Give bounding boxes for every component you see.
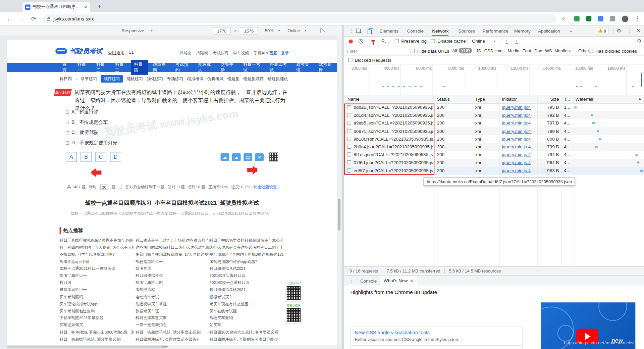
close-icon[interactable]: ✕	[410, 279, 413, 283]
whats-new-video-thumbnail[interactable]: new https://blog.csdn.net/mukes/article/…	[541, 302, 636, 349]
whats-new-card-title[interactable]: Emulate unsupported image types	[355, 348, 518, 349]
nav-item[interactable]: 科目四考试	[267, 60, 291, 75]
hot-link[interactable]: 科目四模拟考试2021	[209, 265, 283, 272]
viewport-height-input[interactable]: 1576	[240, 27, 258, 35]
request-initiator[interactable]: jquery.min.js:4	[502, 136, 531, 141]
address-bar[interactable]: jsyks.com/kms-sxlx	[43, 14, 557, 23]
hot-link[interactable]: 科目四	[60, 279, 133, 286]
scrollbar-thumb[interactable]	[7, 346, 167, 348]
filter-chip-doc[interactable]: Doc	[532, 48, 544, 53]
hot-link[interactable]: 模拟考试科目一	[60, 286, 133, 293]
subnav-item[interactable]: 错题集随机	[268, 76, 288, 82]
option-checkbox[interactable]	[66, 131, 69, 134]
prev-question-arrow[interactable]	[92, 170, 101, 174]
drawer-kebab-icon[interactable]: ⋮	[349, 28, 354, 34]
answer-button-A[interactable]: A	[66, 152, 77, 162]
close-icon[interactable]: ✕	[299, 281, 302, 285]
request-initiator[interactable]: jquery.min.js:4	[502, 120, 531, 126]
subnav-item[interactable]: 模拟考试	[187, 76, 204, 82]
hot-link[interactable]: 这些热门的驾校练科目二为什么这么难? 原因都在这!	[136, 244, 209, 251]
subnav-item[interactable]: 错题集顺序	[243, 76, 264, 82]
initiator-link[interactable]: jquery.min.js:4	[502, 168, 531, 173]
devtools-menu-icon[interactable]: ⋮	[627, 28, 633, 34]
request-initiator[interactable]: jquery.min.js:4	[502, 152, 531, 157]
browser-tab[interactable]: 驾校一点通科目四顺序练习_小车科 ✕	[22, 2, 90, 12]
request-name[interactable]: b0671.json?CALL=?20210205090935.json	[354, 129, 433, 134]
reload-icon[interactable]: ⟳	[31, 15, 36, 22]
tab-memory[interactable]: Memory	[514, 26, 531, 36]
hot-link[interactable]: 考买车现在有什么范围	[209, 300, 283, 307]
settings-gear-icon[interactable]: ⚙	[616, 28, 621, 34]
request-name[interactable]: ed8f7.json?CALL=?20210205090935.json	[354, 168, 433, 173]
request-name[interactable]: bdb25.json?CALL=?20210205090935.json	[354, 105, 433, 110]
hot-link[interactable]: 科二难还是科三难? 上车场前这些难点都了解嘛	[136, 237, 209, 244]
table-row[interactable]: 9b18f.json?CALL=?20210205090935.json200x…	[344, 135, 644, 143]
auto-next-checkbox[interactable]	[119, 186, 122, 189]
table-row[interactable]: 2b0c4.json?CALL=?20210205090935.json200x…	[344, 143, 644, 151]
column-header-type[interactable]: Type	[475, 97, 485, 102]
question-option[interactable]: D、不按规定使用灯光	[66, 140, 117, 146]
request-checkbox[interactable]	[347, 168, 351, 172]
request-initiator[interactable]: jquery.min.js:4	[502, 144, 531, 149]
hot-link[interactable]: 科目一答题技巧总结, 满分学员必刷!	[60, 336, 133, 343]
document-icon[interactable]: ▤	[244, 153, 252, 161]
request-initiator[interactable]: jquery.min.js:4	[502, 168, 531, 173]
hot-link[interactable]: 买车考驾照包过查询	[60, 307, 133, 314]
whats-new-card-title[interactable]: New CSS angle visualization tools	[355, 330, 518, 335]
filter-chip-js[interactable]: JS	[474, 48, 483, 53]
initiator-link[interactable]: jquery.min.js:4	[502, 152, 531, 157]
nav-item[interactable]: 科目一考试	[240, 60, 265, 75]
import-har-icon[interactable]: ↑	[505, 38, 508, 44]
hot-link[interactable]: 科目三考车道买车	[136, 314, 209, 321]
hot-link[interactable]: 一票一览最新消息	[136, 321, 209, 329]
tab-network[interactable]: Network	[432, 26, 448, 36]
table-row[interactable]: 07f6d.json?CALL=?20210205090935.json200x…	[344, 159, 644, 166]
header-link[interactable]: 找驾校	[179, 51, 191, 56]
scrollbar-thumb[interactable]	[338, 198, 340, 231]
subnav-item[interactable]: 随机练习	[127, 76, 143, 82]
tab-console[interactable]: Console	[407, 26, 423, 36]
qr-code-icon[interactable]	[269, 152, 278, 161]
hot-link[interactable]: 不报驾校, 自学可以考取驾照吗?	[60, 251, 133, 258]
hot-link[interactable]: 科目四模拟考试	[136, 272, 209, 279]
hot-link[interactable]: 科目一错题技巧总结, 满分多拿走必刷!	[136, 329, 209, 336]
filter-chip-media[interactable]: Media	[505, 48, 521, 53]
filter-funnel-icon[interactable]	[371, 40, 376, 43]
rotate-disabled-icon[interactable]	[320, 28, 321, 33]
issues-badge[interactable]: 9	[596, 27, 609, 34]
request-checkbox[interactable]	[347, 137, 351, 141]
hot-link[interactable]: 科目四顺序练习, 会帮你拿证不回头?	[136, 336, 209, 343]
nav-item[interactable]: 驾考题库	[316, 60, 337, 75]
hot-link[interactable]: 考驾照用哪个好的app刷题?	[209, 258, 283, 265]
zoom-select[interactable]: 50%	[265, 28, 274, 33]
request-name[interactable]: a9eb5.json?CALL=?20210205090935.json	[354, 120, 433, 126]
tab-elements[interactable]: Elements	[379, 26, 398, 36]
column-header-name[interactable]: Name	[347, 97, 360, 102]
site-logo-text[interactable]: 驾驶员考试	[69, 47, 102, 56]
subnav-item[interactable]: 顺序练习	[101, 75, 123, 83]
quick-settings-link[interactable]: 快速做题设置	[253, 185, 277, 190]
hot-link[interactable]: 驾校买车查询	[209, 314, 283, 321]
table-row[interactable]: bdb25.json?CALL=?20210205090935.json200x…	[344, 104, 644, 111]
subnav-item[interactable]: 科目四	[60, 76, 72, 82]
request-name[interactable]: 8f1ec.json?CALL=?20210205090935.json	[354, 152, 433, 157]
vertical-scrollbar[interactable]	[338, 36, 341, 346]
comment-icon[interactable]: ✉	[255, 153, 264, 161]
hot-link[interactable]: 买车证如何买	[60, 321, 133, 329]
subnav-item[interactable]: 章节练习	[80, 76, 97, 82]
next-question-arrow[interactable]	[247, 168, 257, 172]
request-checkbox[interactable]	[347, 113, 351, 117]
hot-link[interactable]: 2021驾考宝典科目四	[209, 272, 283, 279]
whats-new-card[interactable]: Emulate unsupported image types2 new emu…	[350, 345, 523, 349]
subnav-item[interactable]: 错题集	[227, 76, 240, 82]
hot-link[interactable]: 买车考驾照吗	[60, 293, 133, 300]
nav-item[interactable]: 科目四	[131, 60, 148, 75]
column-header-initiator[interactable]: Initiator	[502, 97, 517, 102]
tab-performance[interactable]: Performance	[483, 26, 508, 36]
hot-link[interactable]: 驾校指定科目一	[136, 258, 209, 265]
filter-chip-manifest[interactable]: Manifest	[552, 48, 573, 53]
initiator-link[interactable]: jquery.min.js:4	[502, 160, 531, 165]
drawer-menu-icon[interactable]: ⋮	[349, 278, 354, 284]
devtools-close-icon[interactable]: ✕	[636, 28, 640, 33]
extension-icon[interactable]	[586, 16, 591, 21]
